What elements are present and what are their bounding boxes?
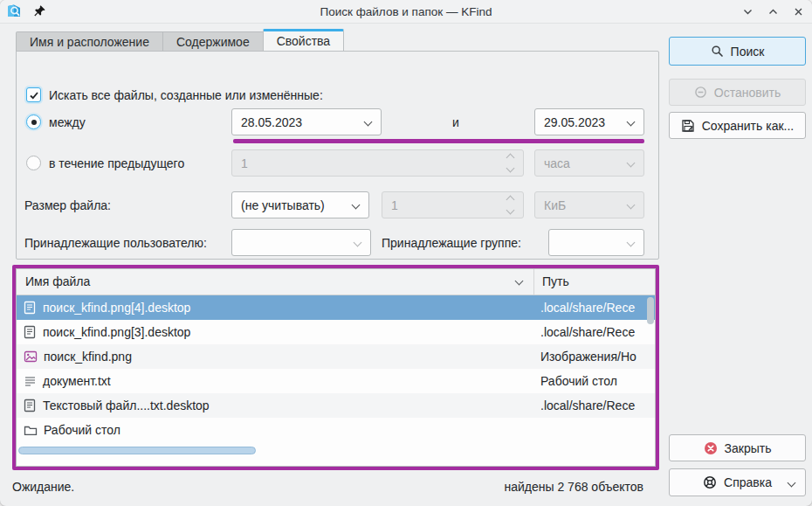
during-previous-radio[interactable] — [26, 156, 41, 170]
modified-files-label: Искать все файлы, созданные или изменённ… — [49, 88, 323, 102]
chevron-down-icon — [354, 239, 362, 247]
kfind-window: Поиск файлов и папок — KFind Имя и распо… — [0, 0, 812, 506]
save-as-icon — [681, 119, 695, 133]
results-header[interactable]: Имя файла Путь — [17, 269, 655, 295]
file-size-label: Размер файла: — [24, 198, 111, 212]
annotation-results-highlight: Имя файла Путь поиск_kfind.png[4].deskto… — [12, 265, 659, 470]
result-row[interactable]: поиск_kfind.png Изображения/Но — [17, 344, 655, 369]
tab-contents[interactable]: Содержимое — [162, 31, 264, 52]
results-count: найдены 2 768 объектов — [504, 480, 643, 494]
image-file-icon — [24, 350, 38, 364]
chevron-down-icon — [742, 6, 754, 17]
close-window-button[interactable] — [791, 5, 805, 19]
minimize-button[interactable] — [740, 5, 754, 19]
status-text: Ожидание. — [12, 480, 74, 494]
maximize-button[interactable] — [766, 5, 780, 19]
window-title: Поиск файлов и папок — KFind — [0, 0, 812, 24]
result-row[interactable]: поиск_kfind.png[3].desktop .local/share/… — [17, 320, 655, 344]
result-row[interactable]: поиск_kfind.png[4].desktop .local/share/… — [17, 295, 655, 320]
spin-up-icon — [506, 154, 515, 163]
close-red-icon — [704, 441, 718, 455]
stop-icon — [694, 86, 707, 99]
column-filename[interactable]: Имя файла — [25, 274, 90, 288]
help-button[interactable]: Справка — [669, 468, 806, 496]
tab-bar: Имя и расположение Содержимое Свойства — [16, 29, 343, 52]
between-radio[interactable] — [26, 114, 41, 129]
desktop-file-icon — [24, 325, 37, 339]
modified-files-checkbox[interactable] — [26, 87, 41, 102]
titlebar[interactable]: Поиск файлов и папок — KFind — [0, 0, 812, 24]
help-menu-chevron-icon — [788, 479, 796, 488]
close-button[interactable]: Закрыть — [669, 434, 806, 461]
during-previous-label: в течение предыдущего — [49, 156, 184, 170]
help-icon — [703, 475, 717, 489]
size-value-spinner: 1 — [382, 191, 524, 218]
tab-properties[interactable]: Свойства — [263, 29, 344, 52]
group-combo[interactable] — [548, 229, 644, 256]
search-icon — [711, 45, 724, 58]
between-label: между — [49, 115, 86, 129]
sort-indicator-icon — [515, 277, 524, 286]
result-row[interactable]: Текстовый файл....txt.desktop .local/sha… — [17, 393, 655, 418]
and-label: и — [430, 115, 482, 129]
results-list: Имя файла Путь поиск_kfind.png[4].deskto… — [16, 268, 656, 467]
owner-label: Принадлежащие пользователю: — [24, 236, 207, 250]
result-row[interactable]: документ.txt Рабочий стол — [17, 369, 655, 393]
spin-down-icon — [506, 206, 515, 215]
group-label: Принадлежащие группе: — [382, 236, 521, 250]
annotation-date-range-underline — [233, 139, 644, 143]
horizontal-scrollbar[interactable] — [18, 447, 256, 454]
size-mode-combo[interactable]: (не учитывать) — [231, 191, 369, 218]
chevron-up-icon — [767, 6, 779, 17]
chevron-down-icon — [627, 118, 636, 127]
save-as-button[interactable]: Сохранить как... — [669, 112, 806, 139]
desktop-file-icon — [24, 301, 37, 315]
chevron-down-icon — [627, 201, 636, 210]
search-button[interactable]: Поиск — [669, 37, 806, 66]
spin-up-icon — [506, 196, 515, 204]
desktop-file-icon — [24, 399, 37, 412]
date-from-combo[interactable]: 28.05.2023 — [231, 108, 382, 135]
size-unit-combo: КиБ — [534, 191, 644, 218]
tab-name-location[interactable]: Имя и расположение — [16, 31, 163, 52]
vertical-scrollbar[interactable] — [647, 297, 654, 324]
during-value-spinner: 1 — [231, 149, 524, 177]
checkmark-icon — [29, 90, 39, 101]
result-row[interactable]: Рабочий стол — [17, 418, 655, 442]
spin-down-icon — [506, 164, 515, 173]
chevron-down-icon — [627, 239, 636, 247]
results-rows: поиск_kfind.png[4].desktop .local/share/… — [17, 295, 655, 443]
column-divider[interactable] — [533, 269, 534, 295]
close-icon — [793, 6, 804, 17]
column-path[interactable]: Путь — [542, 274, 569, 288]
during-unit-combo: часа — [534, 149, 644, 177]
date-to-combo[interactable]: 29.05.2023 — [534, 108, 644, 135]
folder-icon — [24, 423, 38, 437]
stop-button: Остановить — [669, 79, 806, 106]
chevron-down-icon — [364, 118, 373, 127]
chevron-down-icon — [352, 201, 361, 210]
chevron-down-icon — [627, 159, 636, 168]
owner-combo[interactable] — [231, 229, 371, 256]
text-file-icon — [24, 374, 37, 388]
